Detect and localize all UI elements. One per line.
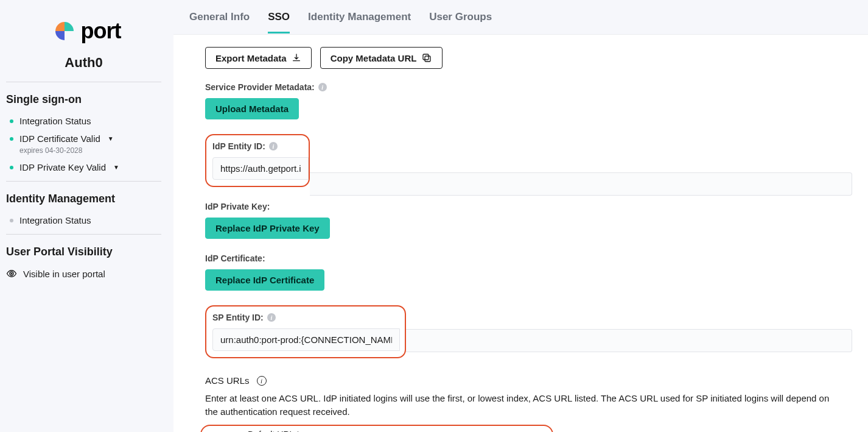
divider bbox=[6, 82, 161, 82]
copy-metadata-url-button[interactable]: Copy Metadata URL bbox=[320, 47, 443, 69]
highlight-sp-entity: SP Entity ID: i bbox=[205, 305, 406, 358]
sidebar-heading-portal: User Portal Visibility bbox=[6, 246, 161, 258]
tab-groups[interactable]: User Groups bbox=[429, 11, 492, 34]
logo-text: port bbox=[81, 18, 121, 44]
replace-idp-certificate-button[interactable]: Replace IdP Certificate bbox=[205, 269, 324, 291]
chevron-down-icon: ▼ bbox=[113, 164, 119, 171]
sp-metadata-label: Service Provider Metadata: bbox=[205, 82, 315, 92]
copy-icon bbox=[421, 52, 432, 63]
status-dot-icon bbox=[10, 166, 13, 169]
sidebar-item-idp-pk[interactable]: IDP Private Key Valid ▼ bbox=[6, 162, 161, 172]
sidebar-item-idm-status[interactable]: Integration Status bbox=[6, 215, 161, 225]
info-icon[interactable]: i bbox=[267, 313, 276, 322]
svg-point-0 bbox=[11, 273, 13, 275]
sp-entity-id-input[interactable] bbox=[212, 328, 400, 351]
sidebar-item-portal-visibility[interactable]: Visible in user portal bbox=[6, 268, 161, 279]
tab-sso[interactable]: SSO bbox=[268, 11, 290, 34]
sidebar-item-cert-expiry: expires 04-30-2028 bbox=[19, 146, 161, 155]
idp-entity-id-input-extension[interactable] bbox=[310, 172, 852, 196]
acs-urls-title: ACS URLs bbox=[205, 375, 250, 386]
chevron-down-icon: ▼ bbox=[108, 135, 114, 142]
sidebar-heading-sso: Single sign-on bbox=[6, 93, 161, 106]
upload-metadata-button[interactable]: Upload Metadata bbox=[205, 98, 299, 119]
idp-entity-id-label: IdP Entity ID: bbox=[212, 141, 265, 151]
svg-rect-1 bbox=[425, 56, 430, 62]
acs-description: Enter at least one ACS URL. IdP initiate… bbox=[205, 392, 832, 419]
idp-private-key-label: IdP Private Key: bbox=[205, 202, 270, 211]
sidebar-item-idp-cert[interactable]: IDP Certificate Valid ▼ bbox=[6, 133, 161, 144]
divider bbox=[6, 234, 161, 235]
tabs: General Info SSO Identity Management Use… bbox=[173, 0, 868, 34]
idp-entity-id-input[interactable] bbox=[212, 157, 309, 180]
status-dot-icon bbox=[10, 137, 13, 141]
export-metadata-button[interactable]: Export Metadata bbox=[205, 47, 312, 69]
portal-visibility-label: Visible in user portal bbox=[23, 269, 105, 279]
sidebar-heading-idm: Identity Management bbox=[6, 193, 161, 205]
main: General Info SSO Identity Management Use… bbox=[173, 0, 868, 432]
replace-idp-private-key-button[interactable]: Replace IdP Private Key bbox=[205, 218, 330, 239]
highlight-idp-entity: IdP Entity ID: i bbox=[205, 134, 310, 187]
status-dot-icon bbox=[10, 119, 13, 123]
sp-entity-id-label: SP Entity ID: bbox=[212, 313, 264, 322]
info-icon[interactable]: i bbox=[269, 142, 278, 150]
acs-url-label: Default URL * bbox=[248, 430, 829, 433]
idp-certificate-label: IdP Certificate: bbox=[205, 253, 265, 263]
sidebar-item-integration-status[interactable]: Integration Status bbox=[6, 116, 161, 126]
status-dot-icon bbox=[10, 219, 13, 222]
download-icon bbox=[292, 53, 301, 63]
svg-rect-2 bbox=[423, 54, 429, 60]
eye-icon bbox=[6, 268, 17, 279]
info-icon[interactable]: i bbox=[257, 376, 267, 386]
divider bbox=[6, 181, 161, 182]
content: Export Metadata Copy Metadata URL Servic… bbox=[173, 34, 868, 432]
logo-mark-icon bbox=[53, 19, 76, 43]
info-icon[interactable]: i bbox=[318, 83, 327, 91]
sp-entity-id-input-extension[interactable] bbox=[406, 329, 852, 352]
logo: port bbox=[6, 18, 161, 44]
sidebar: port Auth0 Single sign-on Integration St… bbox=[0, 0, 173, 432]
sidebar-title: Auth0 bbox=[6, 55, 161, 71]
tab-general[interactable]: General Info bbox=[189, 11, 250, 34]
tab-idm[interactable]: Identity Management bbox=[308, 11, 411, 34]
